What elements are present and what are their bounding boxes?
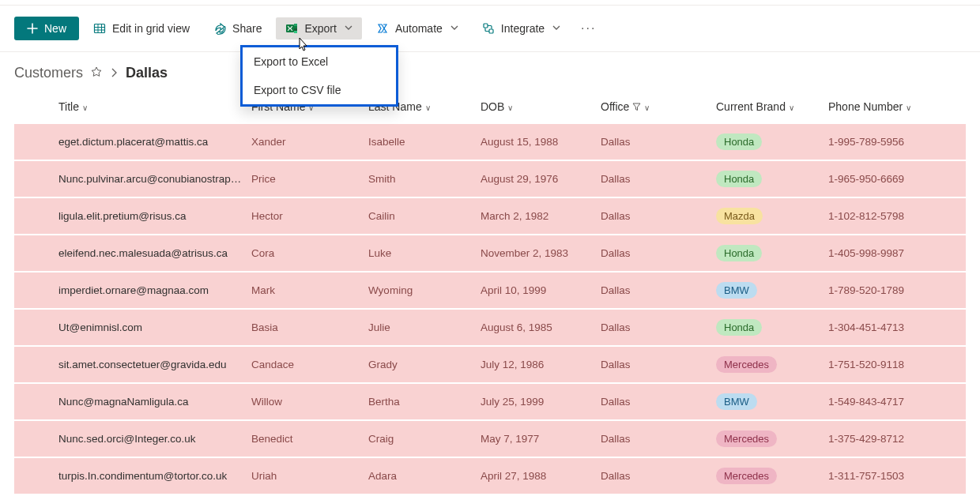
- chevron-right-icon: [110, 66, 118, 80]
- dob-cell: August 6, 1985: [481, 309, 601, 346]
- table-row[interactable]: eget.dictum.placerat@mattis.caXanderIsab…: [14, 124, 966, 160]
- title-cell: Nunc.sed.orci@Integer.co.uk: [14, 420, 251, 457]
- first-name-cell: Hector: [251, 197, 368, 235]
- title-cell: Ut@enimnisl.com: [14, 309, 251, 346]
- phone-cell: 1-965-950-6669: [828, 160, 966, 197]
- office-cell: Dallas: [601, 346, 716, 383]
- col-header-office[interactable]: Office∨: [601, 89, 716, 124]
- brand-badge: BMW: [716, 282, 757, 299]
- phone-cell: 1-304-451-4713: [828, 309, 966, 346]
- plus-icon: [27, 23, 38, 34]
- last-name-cell: Isabelle: [368, 124, 481, 160]
- integrate-button[interactable]: Integrate: [473, 17, 570, 39]
- svg-rect-7: [489, 29, 493, 33]
- first-name-cell: Basia: [251, 309, 368, 346]
- svg-rect-6: [484, 24, 488, 28]
- table-row[interactable]: ligula.elit.pretium@risus.caHectorCailin…: [14, 197, 966, 235]
- svg-rect-2: [294, 24, 297, 26]
- col-header-title[interactable]: Title∨: [14, 89, 251, 124]
- command-bar: New Edit in grid view Share Export Autom…: [0, 6, 980, 52]
- automate-button[interactable]: Automate: [367, 17, 468, 39]
- last-name-cell: Craig: [368, 420, 481, 457]
- share-icon: [213, 22, 226, 35]
- title-cell: ligula.elit.pretium@risus.ca: [14, 197, 251, 235]
- first-name-cell: Candace: [251, 346, 368, 383]
- brand-badge: Honda: [716, 171, 762, 187]
- svg-rect-0: [95, 24, 105, 33]
- data-table-container: Title∨ First Name∨ Last Name∨ DOB∨ Offic…: [0, 89, 980, 495]
- chevron-down-icon: ∨: [82, 103, 88, 112]
- phone-cell: 1-751-520-9118: [828, 346, 966, 383]
- dob-cell: July 25, 1999: [481, 383, 601, 420]
- office-cell: Dallas: [601, 197, 716, 235]
- brand-badge: Mercedes: [716, 356, 777, 373]
- flow-icon: [376, 22, 389, 35]
- chevron-down-icon: ∨: [507, 103, 513, 112]
- brand-badge: Mazda: [716, 208, 763, 224]
- brand-badge: Honda: [716, 245, 762, 261]
- favorite-star-icon[interactable]: [91, 66, 102, 80]
- brand-cell: Mercedes: [716, 420, 828, 457]
- new-button[interactable]: New: [14, 17, 79, 40]
- chevron-down-icon: [345, 24, 352, 33]
- last-name-cell: Wyoming: [368, 272, 481, 309]
- share-label: Share: [232, 22, 262, 35]
- edit-in-grid-button[interactable]: Edit in grid view: [84, 17, 199, 39]
- export-to-excel-item[interactable]: Export to Excel: [243, 47, 396, 76]
- table-row[interactable]: Nunc@magnaNamligula.caWillowBerthaJuly 2…: [14, 383, 966, 420]
- filter-icon: [632, 103, 641, 112]
- table-row[interactable]: sit.amet.consectetuer@gravida.eduCandace…: [14, 346, 966, 383]
- first-name-cell: Cora: [251, 235, 368, 272]
- col-header-phone[interactable]: Phone Number∨: [828, 89, 966, 124]
- brand-cell: Honda: [716, 235, 828, 272]
- export-button[interactable]: Export: [276, 17, 361, 39]
- office-cell: Dallas: [601, 420, 716, 457]
- first-name-cell: Benedict: [251, 420, 368, 457]
- table-row[interactable]: Ut@enimnisl.comBasiaJulieAugust 6, 1985D…: [14, 309, 966, 346]
- integrate-label: Integrate: [501, 22, 545, 35]
- breadcrumb-root[interactable]: Customers: [14, 65, 83, 81]
- col-header-brand[interactable]: Current Brand∨: [716, 89, 828, 124]
- phone-cell: 1-405-998-9987: [828, 235, 966, 272]
- svg-rect-4: [294, 28, 297, 31]
- overflow-button[interactable]: ···: [575, 18, 602, 39]
- chevron-down-icon: [552, 24, 560, 33]
- phone-cell: 1-375-429-8712: [828, 420, 966, 457]
- last-name-cell: Smith: [368, 160, 481, 197]
- table-row[interactable]: Nunc.pulvinar.arcu@conubianostraper.eduP…: [14, 160, 966, 197]
- title-cell: eget.dictum.placerat@mattis.ca: [14, 124, 251, 160]
- new-button-label: New: [44, 22, 66, 35]
- brand-cell: Mazda: [716, 197, 828, 235]
- table-row[interactable]: eleifend.nec.malesuada@atrisus.caCoraLuk…: [14, 235, 966, 272]
- office-cell: Dallas: [601, 272, 716, 309]
- title-cell: turpis.In.condimentum@tortor.co.uk: [14, 457, 251, 494]
- last-name-cell: Luke: [368, 235, 481, 272]
- share-button[interactable]: Share: [204, 17, 271, 39]
- dob-cell: March 2, 1982: [481, 197, 601, 235]
- brand-badge: Honda: [716, 319, 762, 336]
- table-row[interactable]: turpis.In.condimentum@tortor.co.ukUriahA…: [14, 457, 966, 494]
- phone-cell: 1-311-757-1503: [828, 457, 966, 494]
- brand-cell: Honda: [716, 309, 828, 346]
- svg-rect-3: [294, 26, 297, 28]
- last-name-cell: Cailin: [368, 197, 481, 235]
- col-header-dob[interactable]: DOB∨: [481, 89, 601, 124]
- chevron-down-icon: ∨: [906, 103, 911, 112]
- first-name-cell: Xander: [251, 124, 368, 160]
- brand-badge: BMW: [716, 393, 757, 410]
- integrate-icon: [482, 22, 495, 35]
- first-name-cell: Mark: [251, 272, 368, 309]
- title-cell: sit.amet.consectetuer@gravida.edu: [14, 346, 251, 383]
- office-cell: Dallas: [601, 383, 716, 420]
- table-row[interactable]: Nunc.sed.orci@Integer.co.ukBenedictCraig…: [14, 420, 966, 457]
- excel-icon: [285, 22, 298, 35]
- edit-in-grid-label: Edit in grid view: [112, 22, 190, 35]
- table-row[interactable]: imperdiet.ornare@magnaa.comMarkWyomingAp…: [14, 272, 966, 309]
- export-label: Export: [304, 22, 336, 35]
- title-cell: Nunc.pulvinar.arcu@conubianostraper.edu: [14, 160, 251, 197]
- office-cell: Dallas: [601, 457, 716, 494]
- last-name-cell: Adara: [368, 457, 481, 494]
- last-name-cell: Bertha: [368, 383, 481, 420]
- office-cell: Dallas: [601, 235, 716, 272]
- export-to-csv-item[interactable]: Export to CSV file: [243, 76, 396, 104]
